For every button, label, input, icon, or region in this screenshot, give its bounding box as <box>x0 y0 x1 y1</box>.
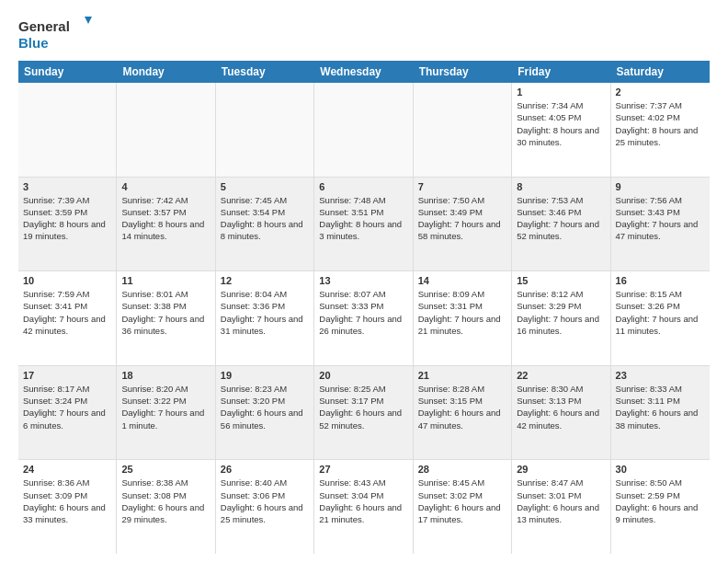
day-number: 22 <box>517 370 605 381</box>
day-number: 30 <box>616 464 705 475</box>
calendar-cell-2-1: 3Sunrise: 7:39 AM Sunset: 3:59 PM Daylig… <box>18 178 117 271</box>
day-number: 3 <box>23 181 111 192</box>
day-number: 12 <box>221 275 309 286</box>
day-number: 10 <box>23 275 111 286</box>
calendar-cell-2-6: 8Sunrise: 7:53 AM Sunset: 3:46 PM Daylig… <box>512 178 610 271</box>
header-day-tuesday: Tuesday <box>216 61 314 83</box>
day-number: 9 <box>616 181 705 192</box>
calendar-cell-3-3: 12Sunrise: 8:04 AM Sunset: 3:36 PM Dayli… <box>216 271 314 365</box>
calendar-cell-3-6: 15Sunrise: 8:12 AM Sunset: 3:29 PM Dayli… <box>512 271 610 365</box>
calendar-cell-1-1 <box>18 83 117 177</box>
calendar-cell-4-5: 21Sunrise: 8:28 AM Sunset: 3:15 PM Dayli… <box>414 366 512 460</box>
day-info: Sunrise: 8:15 AM Sunset: 3:26 PM Dayligh… <box>616 288 705 337</box>
day-number: 17 <box>23 370 111 381</box>
day-info: Sunrise: 7:42 AM Sunset: 3:57 PM Dayligh… <box>121 194 210 243</box>
calendar-body: 1Sunrise: 7:34 AM Sunset: 4:05 PM Daylig… <box>18 83 710 554</box>
svg-marker-2 <box>85 17 92 24</box>
day-info: Sunrise: 7:50 AM Sunset: 3:49 PM Dayligh… <box>418 194 506 243</box>
day-number: 28 <box>418 464 506 475</box>
day-info: Sunrise: 7:37 AM Sunset: 4:02 PM Dayligh… <box>616 99 705 148</box>
calendar-cell-3-5: 14Sunrise: 8:09 AM Sunset: 3:31 PM Dayli… <box>414 271 512 365</box>
logo-icon: General Blue <box>18 15 92 52</box>
day-number: 14 <box>418 275 506 286</box>
header-day-monday: Monday <box>117 61 215 83</box>
day-info: Sunrise: 8:47 AM Sunset: 3:01 PM Dayligh… <box>517 477 605 525</box>
day-info: Sunrise: 7:48 AM Sunset: 3:51 PM Dayligh… <box>319 194 407 243</box>
calendar-cell-2-4: 6Sunrise: 7:48 AM Sunset: 3:51 PM Daylig… <box>314 178 413 271</box>
day-info: Sunrise: 8:36 AM Sunset: 3:09 PM Dayligh… <box>23 477 111 525</box>
calendar-cell-4-3: 19Sunrise: 8:23 AM Sunset: 3:20 PM Dayli… <box>216 366 314 460</box>
day-info: Sunrise: 8:01 AM Sunset: 3:38 PM Dayligh… <box>121 288 210 337</box>
page: General Blue SundayMondayTuesdayWednesda… <box>0 0 728 563</box>
calendar-cell-2-3: 5Sunrise: 7:45 AM Sunset: 3:54 PM Daylig… <box>216 178 314 271</box>
day-info: Sunrise: 8:20 AM Sunset: 3:22 PM Dayligh… <box>121 383 210 431</box>
day-number: 21 <box>418 370 506 381</box>
day-number: 18 <box>121 370 210 381</box>
svg-text:Blue: Blue <box>18 35 49 51</box>
day-info: Sunrise: 8:33 AM Sunset: 3:11 PM Dayligh… <box>616 383 705 431</box>
header-day-thursday: Thursday <box>414 61 512 83</box>
day-number: 7 <box>418 181 506 192</box>
calendar-cell-5-7: 30Sunrise: 8:50 AM Sunset: 2:59 PM Dayli… <box>611 460 710 554</box>
calendar-cell-1-4 <box>314 83 413 177</box>
calendar-cell-4-4: 20Sunrise: 8:25 AM Sunset: 3:17 PM Dayli… <box>314 366 413 460</box>
day-number: 8 <box>517 181 605 192</box>
calendar-cell-5-2: 25Sunrise: 8:38 AM Sunset: 3:08 PM Dayli… <box>117 460 215 554</box>
calendar-cell-5-1: 24Sunrise: 8:36 AM Sunset: 3:09 PM Dayli… <box>18 460 117 554</box>
calendar-row-1: 1Sunrise: 7:34 AM Sunset: 4:05 PM Daylig… <box>18 83 710 178</box>
calendar-cell-2-5: 7Sunrise: 7:50 AM Sunset: 3:49 PM Daylig… <box>414 178 512 271</box>
header-day-sunday: Sunday <box>18 61 117 83</box>
day-info: Sunrise: 8:43 AM Sunset: 3:04 PM Dayligh… <box>319 477 407 525</box>
calendar-cell-4-2: 18Sunrise: 8:20 AM Sunset: 3:22 PM Dayli… <box>117 366 215 460</box>
day-number: 2 <box>616 86 705 98</box>
day-info: Sunrise: 7:56 AM Sunset: 3:43 PM Dayligh… <box>616 194 705 243</box>
calendar-cell-4-6: 22Sunrise: 8:30 AM Sunset: 3:13 PM Dayli… <box>512 366 610 460</box>
calendar-cell-3-2: 11Sunrise: 8:01 AM Sunset: 3:38 PM Dayli… <box>117 271 215 365</box>
calendar-row-5: 24Sunrise: 8:36 AM Sunset: 3:09 PM Dayli… <box>18 460 710 554</box>
day-number: 29 <box>517 464 605 475</box>
day-number: 24 <box>23 464 111 475</box>
calendar-cell-4-1: 17Sunrise: 8:17 AM Sunset: 3:24 PM Dayli… <box>18 366 117 460</box>
day-info: Sunrise: 7:34 AM Sunset: 4:05 PM Dayligh… <box>517 99 605 148</box>
day-info: Sunrise: 7:45 AM Sunset: 3:54 PM Dayligh… <box>221 194 309 243</box>
calendar-cell-1-5 <box>414 83 512 177</box>
calendar-row-4: 17Sunrise: 8:17 AM Sunset: 3:24 PM Dayli… <box>18 366 710 461</box>
calendar-row-2: 3Sunrise: 7:39 AM Sunset: 3:59 PM Daylig… <box>18 178 710 272</box>
calendar-cell-3-4: 13Sunrise: 8:07 AM Sunset: 3:33 PM Dayli… <box>314 271 413 365</box>
day-info: Sunrise: 8:09 AM Sunset: 3:31 PM Dayligh… <box>418 288 506 337</box>
day-number: 13 <box>319 275 407 286</box>
calendar-cell-1-2 <box>117 83 215 177</box>
calendar-cell-2-7: 9Sunrise: 7:56 AM Sunset: 3:43 PM Daylig… <box>611 178 710 271</box>
day-info: Sunrise: 8:25 AM Sunset: 3:17 PM Dayligh… <box>319 383 407 431</box>
calendar: SundayMondayTuesdayWednesdayThursdayFrid… <box>18 61 710 554</box>
day-number: 1 <box>517 86 605 98</box>
day-number: 15 <box>517 275 605 286</box>
day-info: Sunrise: 8:40 AM Sunset: 3:06 PM Dayligh… <box>221 477 309 525</box>
calendar-cell-3-1: 10Sunrise: 7:59 AM Sunset: 3:41 PM Dayli… <box>18 271 117 365</box>
day-info: Sunrise: 8:17 AM Sunset: 3:24 PM Dayligh… <box>23 383 111 431</box>
header: General Blue <box>18 15 710 52</box>
day-number: 11 <box>121 275 210 286</box>
day-info: Sunrise: 8:30 AM Sunset: 3:13 PM Dayligh… <box>517 383 605 431</box>
day-info: Sunrise: 8:04 AM Sunset: 3:36 PM Dayligh… <box>221 288 309 337</box>
calendar-cell-2-2: 4Sunrise: 7:42 AM Sunset: 3:57 PM Daylig… <box>117 178 215 271</box>
day-info: Sunrise: 7:59 AM Sunset: 3:41 PM Dayligh… <box>23 288 111 337</box>
header-day-saturday: Saturday <box>611 61 710 83</box>
calendar-cell-1-3 <box>216 83 314 177</box>
day-number: 26 <box>221 464 309 475</box>
day-number: 23 <box>616 370 705 381</box>
day-info: Sunrise: 7:53 AM Sunset: 3:46 PM Dayligh… <box>517 194 605 243</box>
day-info: Sunrise: 7:39 AM Sunset: 3:59 PM Dayligh… <box>23 194 111 243</box>
svg-text:General: General <box>18 18 70 34</box>
calendar-cell-5-5: 28Sunrise: 8:45 AM Sunset: 3:02 PM Dayli… <box>414 460 512 554</box>
day-number: 4 <box>121 181 210 192</box>
day-number: 16 <box>616 275 705 286</box>
header-day-friday: Friday <box>512 61 610 83</box>
day-info: Sunrise: 8:28 AM Sunset: 3:15 PM Dayligh… <box>418 383 506 431</box>
day-info: Sunrise: 8:12 AM Sunset: 3:29 PM Dayligh… <box>517 288 605 337</box>
logo: General Blue <box>18 15 92 52</box>
calendar-cell-4-7: 23Sunrise: 8:33 AM Sunset: 3:11 PM Dayli… <box>611 366 710 460</box>
day-number: 19 <box>221 370 309 381</box>
day-info: Sunrise: 8:50 AM Sunset: 2:59 PM Dayligh… <box>616 477 705 525</box>
calendar-row-3: 10Sunrise: 7:59 AM Sunset: 3:41 PM Dayli… <box>18 271 710 366</box>
